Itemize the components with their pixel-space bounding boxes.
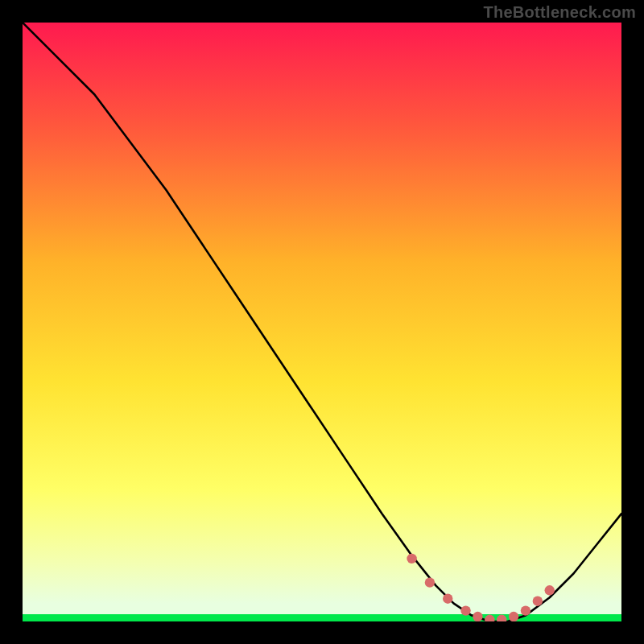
valley-marker [473, 612, 482, 621]
chart-frame: TheBottleneck.com [0, 0, 644, 644]
valley-marker [521, 605, 530, 615]
valley-marker [460, 605, 470, 615]
plot-area [23, 23, 621, 621]
valley-marker [407, 554, 416, 564]
valley-marker [545, 585, 555, 595]
gradient-background [23, 23, 621, 621]
valley-marker [509, 612, 518, 621]
bottleneck-chart [23, 23, 621, 621]
valley-marker [443, 594, 452, 604]
valley-marker [425, 577, 435, 587]
green-bottom-band [23, 614, 621, 621]
watermark-text: TheBottleneck.com [483, 3, 636, 22]
valley-marker [533, 597, 543, 606]
